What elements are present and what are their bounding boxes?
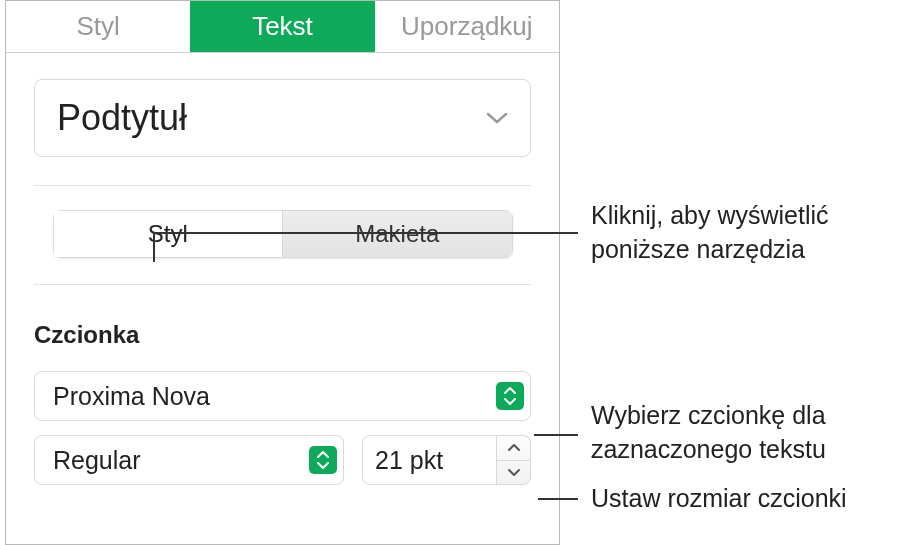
- callout-line: [153, 232, 578, 234]
- font-family-select[interactable]: Proxima Nova: [34, 371, 531, 421]
- subtab-style[interactable]: Styl: [53, 210, 284, 258]
- callout-font: Wybierz czcionkę dla zaznaczonego tekstu: [591, 399, 915, 467]
- tab-text[interactable]: Tekst: [190, 1, 374, 52]
- format-top-tabs: Styl Tekst Uporządkuj: [6, 1, 559, 53]
- tab-arrange[interactable]: Uporządkuj: [375, 1, 559, 52]
- chevron-down-icon: [486, 111, 508, 125]
- panel-body: Podtytuł Styl Makieta Czcionka Proxima N…: [6, 53, 559, 485]
- font-family-value: Proxima Nova: [53, 382, 210, 411]
- stepper-down-button[interactable]: [497, 461, 530, 485]
- subtab-layout[interactable]: Makieta: [283, 210, 513, 258]
- font-size-stepper: 21 pkt: [362, 435, 531, 485]
- font-weight-value: Regular: [53, 446, 141, 475]
- divider: [34, 284, 531, 285]
- font-size-field[interactable]: 21 pkt: [362, 435, 497, 485]
- updown-icon: [309, 446, 337, 474]
- updown-icon: [496, 382, 524, 410]
- callout-tools: Kliknij, aby wyświetlić poniższe narzędz…: [591, 199, 915, 267]
- stepper-buttons: [497, 435, 531, 485]
- text-subtabs: Styl Makieta: [53, 210, 513, 258]
- callout-line: [538, 498, 578, 500]
- font-weight-size-row: Regular 21 pkt: [34, 435, 531, 485]
- chevron-up-icon: [507, 443, 521, 452]
- chevron-down-icon: [507, 468, 521, 477]
- paragraph-style-label: Podtytuł: [57, 97, 187, 139]
- callout-line: [153, 232, 155, 262]
- divider: [34, 185, 531, 186]
- font-section-label: Czcionka: [34, 321, 531, 349]
- font-weight-select[interactable]: Regular: [34, 435, 344, 485]
- paragraph-style-dropdown[interactable]: Podtytuł: [34, 79, 531, 157]
- callout-line: [534, 434, 578, 436]
- format-panel: Styl Tekst Uporządkuj Podtytuł Styl Maki…: [5, 0, 560, 545]
- stepper-up-button[interactable]: [497, 436, 530, 461]
- tab-style[interactable]: Styl: [6, 1, 190, 52]
- callout-size: Ustaw rozmiar czcionki: [591, 482, 847, 516]
